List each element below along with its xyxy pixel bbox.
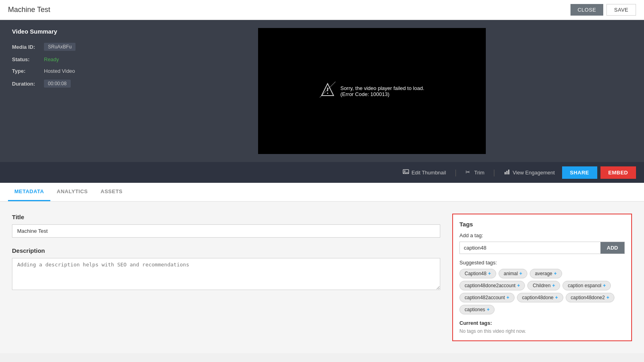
separator2: | [493,168,495,177]
video-summary-title: Video Summary [12,28,100,35]
type-value: Hosted Video [44,68,75,74]
status-value: Ready [44,56,59,62]
tab-assets[interactable]: ASSETS [94,183,129,201]
no-tags-text: No tags on this video right now. [459,328,625,334]
close-button[interactable]: CLOSE [570,4,604,16]
type-row: Type: Hosted Video [12,68,100,74]
error-line2: (Error Code: 100013) [340,91,424,97]
video-summary: Video Summary Media ID: SRuAxBFu Status:… [12,28,100,154]
media-id-label: Media ID: [12,44,40,50]
status-label: Status: [12,56,40,62]
share-button[interactable]: SHARE [562,166,597,179]
save-button[interactable]: SAVE [606,4,636,16]
tags-input-row: ADD [459,242,625,254]
svg-text:✂: ✂ [465,169,470,175]
content-right: Tags Add a tag: ADD Suggested tags: Capt… [452,214,632,341]
content-left: Title Description [12,214,440,341]
error-line1: Sorry, the video player failed to load. [340,85,424,91]
media-id-value: SRuAxBFu [44,43,76,51]
tab-metadata[interactable]: METADATA [8,183,50,201]
media-id-row: Media ID: SRuAxBFu [12,43,100,51]
video-area: Video Summary Media ID: SRuAxBFu Status:… [0,20,644,162]
video-error-icon [320,82,336,100]
description-section: Description [12,247,440,291]
tabs-bar: METADATA ANALYTICS ASSETS [0,183,644,202]
tab-analytics[interactable]: ANALYTICS [50,183,94,201]
tag-chip[interactable]: Children+ [527,281,560,290]
suggested-tags-chips: Caption48+animal+average+caption48done2a… [459,269,625,314]
svg-rect-9 [508,170,509,174]
duration-row: Duration: 00:00:08 [12,80,100,88]
video-error: Sorry, the video player failed to load. … [320,82,424,100]
description-label: Description [12,247,440,254]
separator1: | [455,168,457,177]
video-player-container: Sorry, the video player failed to load. … [112,28,632,154]
title-input[interactable] [12,224,440,238]
svg-point-2 [327,93,328,94]
edit-thumbnail-label: Edit Thumbnail [411,170,446,176]
tag-chip[interactable]: animal+ [499,269,527,278]
page-title: Machine Test [8,6,50,14]
tag-chip[interactable]: caption48done2+ [566,293,614,302]
content-area: Title Description Tags Add a tag: ADD Su… [0,202,644,353]
suggested-label: Suggested tags: [459,260,625,266]
tag-chip[interactable]: caption espanol+ [563,281,611,290]
toolbar: Edit Thumbnail | ✂ Trim | View Engagemen… [0,162,644,183]
svg-rect-8 [507,171,508,174]
edit-thumbnail-icon [403,169,409,176]
header-buttons: CLOSE SAVE [570,4,636,16]
tags-box: Tags Add a tag: ADD Suggested tags: Capt… [452,214,632,341]
tag-chip[interactable]: captiones+ [459,305,495,314]
type-label: Type: [12,68,40,74]
tag-chip[interactable]: Caption48+ [459,269,496,278]
tag-chip[interactable]: caption48done+ [517,293,563,302]
tag-chip[interactable]: caption482account+ [459,293,515,302]
trim-button[interactable]: ✂ Trim [461,169,489,176]
status-row: Status: Ready [12,56,100,62]
tag-chip[interactable]: caption48done2account+ [459,281,525,290]
description-textarea[interactable] [12,258,440,290]
trim-icon: ✂ [465,169,472,176]
add-tag-button[interactable]: ADD [600,242,624,254]
trim-label: Trim [474,170,485,176]
header: Machine Test CLOSE SAVE [0,0,644,20]
svg-point-5 [404,170,405,172]
tag-chip[interactable]: average+ [530,269,562,278]
embed-button[interactable]: EMBED [600,166,636,179]
tags-title: Tags [459,221,625,228]
title-label: Title [12,214,440,220]
view-engagement-label: View Engagement [513,170,555,176]
view-engagement-icon [504,169,510,176]
duration-label: Duration: [12,81,40,87]
tags-input[interactable] [460,242,600,254]
duration-value: 00:00:08 [44,80,71,88]
view-engagement-button[interactable]: View Engagement [500,169,559,176]
video-error-text: Sorry, the video player failed to load. … [340,85,424,97]
tags-add-label: Add a tag: [459,232,625,238]
current-tags-label: Current tags: [459,320,625,326]
svg-rect-7 [505,172,506,174]
edit-thumbnail-button[interactable]: Edit Thumbnail [399,169,450,176]
video-player: Sorry, the video player failed to load. … [258,28,486,154]
